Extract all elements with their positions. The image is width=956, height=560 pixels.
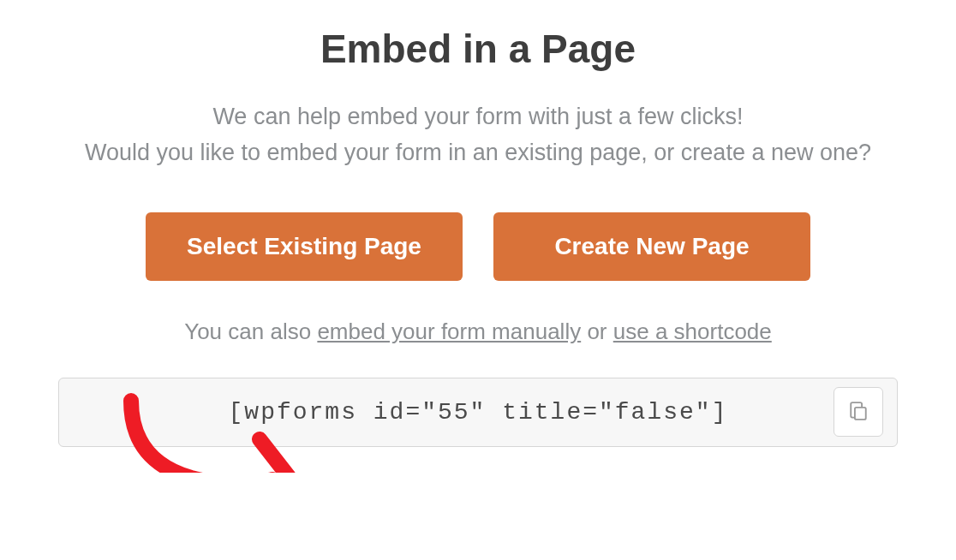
description-line-1: We can help embed your form with just a … (212, 104, 743, 129)
description-text: We can help embed your form with just a … (58, 99, 898, 171)
helper-middle: or (581, 319, 613, 344)
shortcode-text: [wpforms id="55" title="false"] (83, 399, 873, 426)
embed-modal-content: Embed in a Page We can help embed your f… (58, 26, 898, 447)
use-shortcode-link[interactable]: use a shortcode (613, 319, 772, 344)
button-row: Select Existing Page Create New Page (58, 212, 898, 281)
embed-manually-link[interactable]: embed your form manually (317, 319, 581, 344)
create-new-page-button[interactable]: Create New Page (493, 212, 810, 281)
shortcode-display-box: [wpforms id="55" title="false"] (58, 378, 898, 447)
copy-icon (846, 399, 870, 426)
select-existing-page-button[interactable]: Select Existing Page (146, 212, 463, 281)
svg-rect-0 (855, 408, 866, 420)
page-title: Embed in a Page (58, 26, 898, 72)
helper-prefix: You can also (184, 319, 317, 344)
description-line-2: Would you like to embed your form in an … (85, 140, 871, 165)
copy-shortcode-button[interactable] (834, 387, 883, 437)
helper-text: You can also embed your form manually or… (58, 319, 898, 345)
